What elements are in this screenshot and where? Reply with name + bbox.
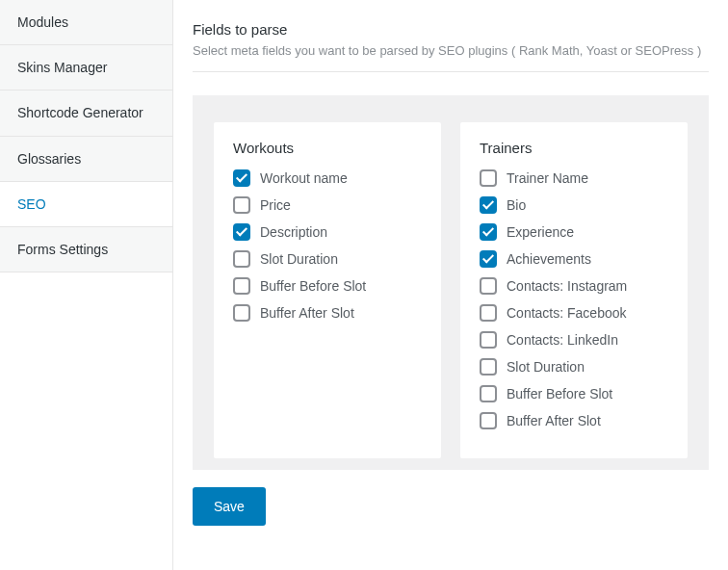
checkbox[interactable] bbox=[480, 277, 497, 295]
field-row[interactable]: Buffer After Slot bbox=[233, 304, 422, 322]
sidebar-item-label: Forms Settings bbox=[17, 242, 108, 257]
sidebar-item-shortcode-generator[interactable]: Shortcode Generator bbox=[0, 91, 172, 136]
checkbox[interactable] bbox=[233, 277, 250, 295]
field-label: Contacts: Instagram bbox=[507, 278, 627, 294]
checkbox[interactable] bbox=[480, 358, 497, 376]
checkbox[interactable] bbox=[480, 223, 497, 241]
field-row[interactable]: Achievements bbox=[480, 250, 668, 268]
field-row[interactable]: Buffer After Slot bbox=[480, 412, 668, 429]
field-label: Buffer After Slot bbox=[507, 413, 601, 428]
checkbox[interactable] bbox=[480, 196, 497, 214]
field-row[interactable]: Description bbox=[233, 223, 422, 241]
field-label: Buffer After Slot bbox=[260, 305, 354, 321]
field-label: Buffer Before Slot bbox=[260, 278, 366, 294]
field-row[interactable]: Trainer Name bbox=[480, 169, 668, 187]
field-row[interactable]: Experience bbox=[480, 223, 668, 241]
field-row[interactable]: Slot Duration bbox=[480, 358, 668, 376]
field-groups: WorkoutsWorkout namePriceDescriptionSlot… bbox=[193, 95, 709, 470]
field-label: Slot Duration bbox=[260, 251, 338, 267]
sidebar: ModulesSkins ManagerShortcode GeneratorG… bbox=[0, 0, 173, 570]
sidebar-item-forms-settings[interactable]: Forms Settings bbox=[0, 227, 172, 272]
field-label: Contacts: LinkedIn bbox=[507, 332, 618, 348]
field-label: Experience bbox=[507, 224, 574, 240]
main-content: Fields to parse Select meta fields you w… bbox=[173, 0, 728, 570]
checkbox[interactable] bbox=[480, 385, 497, 402]
field-row[interactable]: Price bbox=[233, 196, 422, 214]
divider bbox=[193, 71, 709, 72]
checkbox[interactable] bbox=[480, 304, 497, 322]
field-group-trainers: TrainersTrainer NameBioExperienceAchieve… bbox=[460, 122, 688, 458]
field-label: Contacts: Facebook bbox=[507, 305, 627, 321]
field-label: Trainer Name bbox=[507, 170, 588, 186]
field-label: Description bbox=[260, 224, 327, 240]
field-row[interactable]: Bio bbox=[480, 196, 668, 214]
field-row[interactable]: Contacts: Instagram bbox=[480, 277, 668, 295]
sidebar-item-label: Shortcode Generator bbox=[17, 105, 143, 120]
sidebar-item-skins-manager[interactable]: Skins Manager bbox=[0, 45, 172, 91]
field-label: Price bbox=[260, 197, 291, 213]
checkbox[interactable] bbox=[233, 169, 250, 187]
checkbox[interactable] bbox=[480, 331, 497, 349]
checkbox[interactable] bbox=[233, 196, 250, 214]
sidebar-item-label: Modules bbox=[17, 14, 68, 30]
field-row[interactable]: Buffer Before Slot bbox=[480, 385, 668, 402]
sidebar-item-seo[interactable]: SEO bbox=[0, 182, 172, 227]
sidebar-item-glossaries[interactable]: Glossaries bbox=[0, 137, 172, 182]
field-row[interactable]: Buffer Before Slot bbox=[233, 277, 422, 295]
group-title: Trainers bbox=[480, 140, 668, 156]
group-title: Workouts bbox=[233, 140, 422, 156]
field-label: Achievements bbox=[507, 251, 591, 267]
checkbox[interactable] bbox=[480, 169, 497, 187]
checkbox[interactable] bbox=[480, 250, 497, 268]
sidebar-item-label: Skins Manager bbox=[17, 60, 107, 75]
field-row[interactable]: Contacts: LinkedIn bbox=[480, 331, 668, 349]
save-button[interactable]: Save bbox=[193, 487, 266, 526]
sidebar-item-label: Glossaries bbox=[17, 151, 81, 167]
field-row[interactable]: Workout name bbox=[233, 169, 422, 187]
sidebar-item-label: SEO bbox=[17, 196, 46, 212]
field-label: Slot Duration bbox=[507, 359, 585, 375]
sidebar-item-modules[interactable]: Modules bbox=[0, 0, 172, 45]
field-label: Buffer Before Slot bbox=[507, 386, 612, 402]
field-label: Bio bbox=[507, 197, 526, 213]
field-row[interactable]: Contacts: Facebook bbox=[480, 304, 668, 322]
field-label: Workout name bbox=[260, 170, 348, 186]
section-description: Select meta fields you want to be parsed… bbox=[193, 43, 709, 58]
field-row[interactable]: Slot Duration bbox=[233, 250, 422, 268]
checkbox[interactable] bbox=[233, 223, 250, 241]
checkbox[interactable] bbox=[233, 250, 250, 268]
checkbox[interactable] bbox=[480, 412, 497, 429]
field-group-workouts: WorkoutsWorkout namePriceDescriptionSlot… bbox=[214, 122, 441, 458]
section-title: Fields to parse bbox=[193, 21, 709, 38]
checkbox[interactable] bbox=[233, 304, 250, 322]
